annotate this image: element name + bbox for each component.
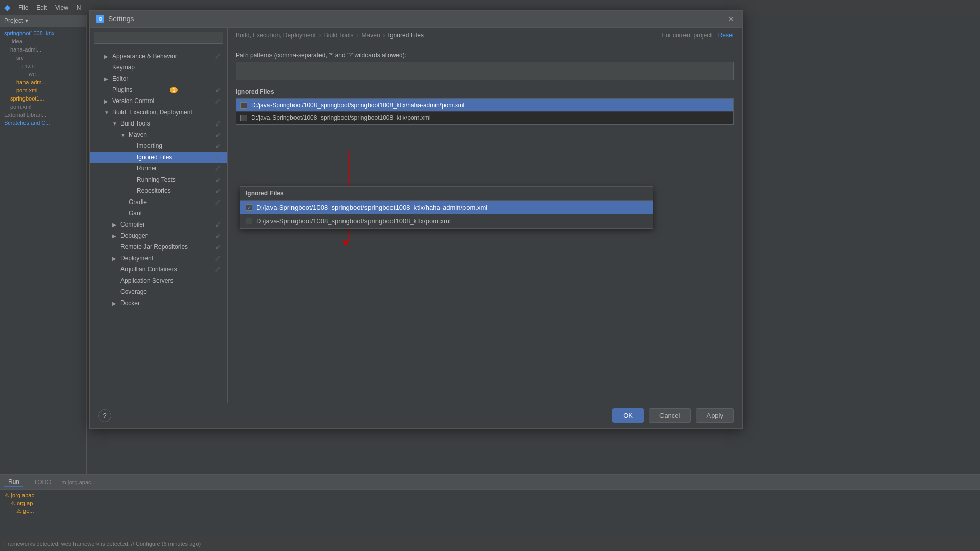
settings-left-panel: ▶ Appearance & Behavior 🖉 Keymap ▶ Edito…: [90, 28, 228, 403]
nav-item-keymap[interactable]: Keymap: [90, 62, 227, 73]
ide-menu-file[interactable]: File: [18, 4, 28, 11]
project-tree-item[interactable]: we...: [4, 70, 82, 78]
nav-item-plugins[interactable]: Plugins 1 🖉: [90, 84, 227, 95]
dialog-titlebar: ⚙ Settings ✕: [90, 11, 742, 28]
file-checkbox-1[interactable]: [240, 102, 247, 109]
run-tab[interactable]: Run: [4, 477, 23, 487]
nav-label-repositories: Repositories: [137, 187, 171, 194]
ignored-file-row[interactable]: D:/java-Springboot/1008_springboot/sprin…: [236, 112, 733, 124]
arrow-icon: ▶: [112, 233, 117, 239]
file-path-2: D:/java-Springboot/1008_springboot/sprin…: [251, 114, 431, 121]
breadcrumb-bar: Build, Execution, Deployment › Build Too…: [228, 28, 742, 43]
arrow-head: [342, 241, 349, 246]
nav-item-build-tools[interactable]: ▼ Build Tools 🖉: [90, 118, 227, 129]
nav-item-debugger[interactable]: ▶ Debugger 🖉: [90, 230, 227, 241]
nav-label-coverage: Coverage: [120, 288, 147, 295]
popup-path-2: D:/java-Springboot/1008_springboot/sprin…: [256, 217, 451, 225]
reset-button[interactable]: Reset: [718, 32, 734, 39]
nav-label-appearance: Appearance & Behavior: [112, 53, 177, 60]
settings-dialog: ⚙ Settings ✕ ▶ Appearance & Behavior 🖉 K…: [89, 10, 743, 429]
nav-label-maven: Maven: [129, 131, 147, 138]
arrow-icon: ▼: [120, 132, 126, 138]
edit-icon: 🖉: [215, 177, 221, 183]
ide-menu-view[interactable]: View: [55, 4, 68, 11]
arrow-icon: ▶: [104, 76, 109, 82]
breadcrumb-maven: Maven: [362, 32, 380, 39]
nav-item-coverage[interactable]: Coverage: [90, 286, 227, 297]
project-panel-header: Project ▾: [0, 15, 86, 27]
popup-checkbox-1[interactable]: ✓: [246, 204, 252, 211]
help-button[interactable]: ?: [98, 409, 111, 422]
cancel-button[interactable]: Cancel: [649, 408, 691, 423]
path-patterns-label: Path patterns (comma-separated, '*' and …: [236, 52, 734, 59]
dialog-body: ▶ Appearance & Behavior 🖉 Keymap ▶ Edito…: [90, 28, 742, 403]
nav-item-ignored-files[interactable]: Ignored Files 🖉: [90, 152, 227, 163]
project-tree-item[interactable]: main: [4, 62, 82, 70]
nav-item-deployment[interactable]: ▶ Deployment 🖉: [90, 253, 227, 264]
project-tree-item[interactable]: springboot1008_ktlx: [4, 29, 82, 37]
ignored-file-row[interactable]: D:/java-Springboot/1008_springboot/sprin…: [236, 99, 733, 112]
popup-row-2[interactable]: D:/java-Springboot/1008_springboot/sprin…: [240, 214, 653, 228]
project-tree-item[interactable]: haha-admi...: [4, 45, 82, 54]
nav-item-gant[interactable]: Gant: [90, 208, 227, 219]
nav-label-build-tools: Build Tools: [120, 120, 150, 127]
todo-tab[interactable]: TODO: [30, 478, 55, 487]
popup-checkbox-2[interactable]: [246, 218, 252, 224]
run-process-label: m [org.apac...: [61, 479, 95, 485]
chevron-down-icon: ▾: [25, 17, 28, 24]
run-log-item: ⚠ org.ap: [4, 499, 976, 507]
search-input[interactable]: [94, 32, 223, 44]
popup-row-1[interactable]: ✓ D:/java-Springboot/1008_springboot/spr…: [240, 201, 653, 214]
nav-label-debugger: Debugger: [120, 232, 148, 239]
nav-item-runner[interactable]: Runner 🖉: [90, 163, 227, 174]
nav-item-remote-jar[interactable]: Remote Jar Repositories 🖉: [90, 241, 227, 253]
nav-item-appearance[interactable]: ▶ Appearance & Behavior 🖉: [90, 51, 227, 62]
project-tree-item[interactable]: pom.xml: [4, 103, 82, 111]
apply-button[interactable]: Apply: [696, 408, 734, 423]
file-path-1: D:/java-Springboot/1008_springboot/sprin…: [251, 102, 464, 109]
breadcrumb-sep: ›: [357, 32, 359, 39]
nav-item-editor[interactable]: ▶ Editor: [90, 73, 227, 84]
nav-item-running-tests[interactable]: Running Tests 🖉: [90, 174, 227, 185]
nav-label-deployment: Deployment: [120, 255, 153, 262]
nav-item-version-control[interactable]: ▶ Version Control 🖉: [90, 95, 227, 107]
ignored-files-popup: Ignored Files ✓ D:/java-Springboot/1008_…: [240, 186, 653, 229]
edit-icon: 🖉: [215, 120, 221, 127]
project-tree-item[interactable]: .idea: [4, 37, 82, 45]
arrow-icon: ▶: [112, 256, 117, 261]
run-panel: Run TODO m [org.apac... ⚠ [org.apac ⚠ or…: [0, 474, 980, 536]
nav-item-maven[interactable]: ▼ Maven 🖉: [90, 129, 227, 140]
nav-item-importing[interactable]: Importing 🖉: [90, 140, 227, 152]
project-tree-item[interactable]: src: [4, 54, 82, 62]
nav-label-arquillian: Arquillian Containers: [120, 266, 177, 273]
project-tree-item[interactable]: haha-adm...: [4, 78, 82, 86]
nav-item-compiler[interactable]: ▶ Compiler 🖉: [90, 219, 227, 230]
nav-item-docker[interactable]: ▶ Docker: [90, 297, 227, 309]
arrow-icon: ▼: [104, 110, 109, 115]
ide-menu-edit[interactable]: Edit: [36, 4, 47, 11]
close-button[interactable]: ✕: [726, 14, 736, 24]
nav-item-repositories[interactable]: Repositories 🖉: [90, 185, 227, 196]
edit-icon: 🖉: [215, 165, 221, 171]
ide-menu-n[interactable]: N: [77, 4, 81, 11]
nav-label-app-servers: Application Servers: [120, 277, 173, 284]
nav-item-gradle[interactable]: Gradle 🖉: [90, 196, 227, 208]
ignored-files-list: D:/java-Springboot/1008_springboot/sprin…: [236, 98, 734, 125]
ok-button[interactable]: OK: [612, 408, 644, 423]
nav-label-keymap: Keymap: [112, 64, 135, 71]
settings-right-panel: Build, Execution, Deployment › Build Too…: [228, 28, 742, 403]
nav-item-arquillian[interactable]: Arquillian Containers 🖉: [90, 264, 227, 275]
project-tree-item[interactable]: External Librari...: [4, 111, 82, 119]
nav-tree: ▶ Appearance & Behavior 🖉 Keymap ▶ Edito…: [90, 48, 227, 403]
file-checkbox-2[interactable]: [240, 115, 247, 121]
project-tree-item[interactable]: pom.xml: [4, 86, 82, 94]
breadcrumb-build-tools: Build Tools: [324, 32, 354, 39]
arrow-icon: ▼: [112, 121, 117, 127]
project-tree-item[interactable]: Scratches and C...: [4, 119, 82, 127]
edit-icon: 🖉: [215, 244, 221, 250]
path-patterns-input[interactable]: [236, 62, 734, 80]
nav-item-application-servers[interactable]: Application Servers: [90, 275, 227, 286]
nav-item-build-exec[interactable]: ▼ Build, Execution, Deployment: [90, 107, 227, 118]
project-tree-item[interactable]: springboot1...: [4, 94, 82, 103]
settings-icon: ⚙: [96, 15, 104, 23]
